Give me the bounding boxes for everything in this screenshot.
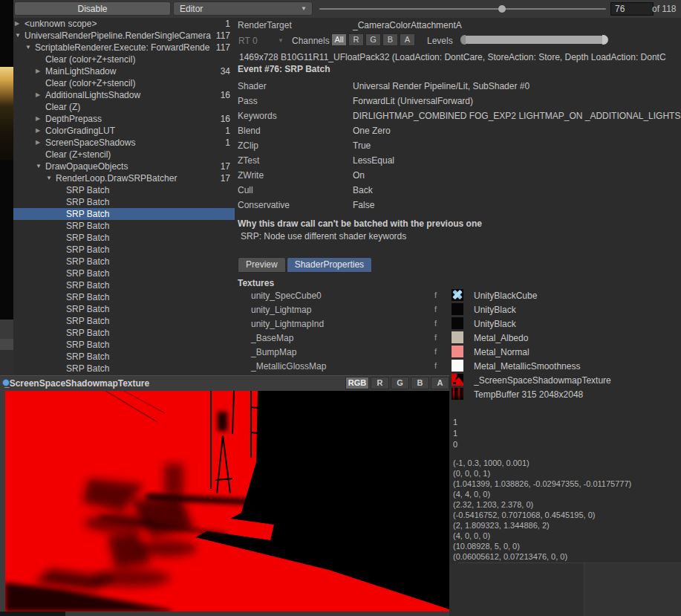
foldout-closed-icon[interactable]: ▶ [36,65,45,77]
shader-property-row: CullBack [235,183,681,198]
preview-channel-button-b[interactable]: B [411,377,429,389]
shader-property-row: ZTestLessEqual [235,153,681,168]
tree-item-count: 16 [219,89,235,101]
texture-thumbnail-tempbuffer[interactable] [452,388,463,400]
texture-thumbnail-blackcube[interactable] [452,289,463,301]
levels-range-slider[interactable] [460,35,609,45]
shader-property-label: ZClip [238,138,258,153]
texture-name: Metal_MetallicSmoothness [474,361,580,372]
channel-button-all[interactable]: All [331,33,347,46]
tree-item[interactable]: ▼RenderLoop.DrawSRPBatcher17 [13,172,235,184]
texture-name: UnityBlack [474,319,516,329]
tree-item-label: SRP Batch [66,184,229,196]
levels-min-handle[interactable] [460,35,466,45]
event-tree: ▶<unknown scope>1▼UniversalRenderPipelin… [13,18,235,375]
texture-thumbnail-black[interactable] [452,303,463,315]
tree-item[interactable]: SRP Batch [13,220,235,232]
tree-item[interactable]: SRP Batch [13,303,235,315]
vector-value: (4, 0, 0, 0) [453,531,631,541]
tree-item[interactable]: SRP Batch [13,351,235,363]
texture-thumbnail-black[interactable] [452,317,463,329]
channel-button-b[interactable]: B [382,33,398,46]
foldout-closed-icon[interactable]: ▶ [36,137,45,149]
tree-item-label: SRP Batch [66,315,229,327]
levels-label: Levels [427,36,453,46]
tree-item-count: 117 [215,30,235,42]
tree-item[interactable]: SRP Batch [13,256,235,268]
channel-button-a[interactable]: A [400,33,415,46]
tree-item[interactable]: ▼ScriptableRenderer.Execute: ForwardRend… [13,42,235,54]
preview-channel-button-g[interactable]: G [391,377,409,389]
tree-item[interactable]: ▼UniversalRenderPipeline.RenderSingleCam… [13,30,235,42]
tree-item-count: 1 [224,137,235,149]
tree-item[interactable]: SRP Batch [13,232,235,244]
preview-channel-button-a[interactable]: A [431,377,449,389]
foldout-closed-icon[interactable]: ▶ [36,113,45,125]
channel-button-r[interactable]: R [348,33,364,46]
textures-header: Textures [238,278,274,288]
tree-item[interactable]: SRP Batch [13,244,235,256]
preview-image [5,391,449,612]
target-dropdown-label: Editor [180,4,203,14]
tree-item[interactable]: Clear (Z+stencil) [13,149,235,161]
bottom-right-subpanel [584,563,681,616]
levels-max-handle[interactable] [602,35,608,45]
shader-property-value: Back [353,183,373,198]
tree-item[interactable]: ▶<unknown scope>1 [13,18,235,30]
preview-channel-button-rgb[interactable]: RGB [345,377,369,389]
shader-property-label: Shader [238,79,267,94]
tree-item[interactable]: ▶MainLightShadow34 [13,65,235,77]
event-slider-track[interactable] [319,8,606,10]
tree-item[interactable]: SRP Batch [13,315,235,327]
tree-item[interactable]: ▶DepthPrepass16 [13,113,235,125]
texture-flag: f [434,361,437,370]
target-dropdown[interactable]: Editor ▼ [173,1,313,16]
texture-thumbnail-shadowmap[interactable] [452,374,463,386]
texture-thumbnail-metallic[interactable] [452,360,463,372]
foldout-closed-icon[interactable]: ▶ [36,89,45,101]
channel-button-g[interactable]: G [365,33,381,46]
event-number-input[interactable] [610,2,654,16]
foldout-closed-icon[interactable]: ▶ [36,125,45,137]
tree-item[interactable]: SRP Batch [13,208,235,220]
tree-item[interactable]: SRP Batch [13,268,235,279]
rt-dropdown[interactable]: RT 0 [238,36,258,46]
tree-item[interactable]: ▶ScreenSpaceShadows1 [13,137,235,149]
tree-item[interactable]: Clear (color+Z+stencil) [13,54,235,65]
preview-window-title[interactable]: _ScreenSpaceShadowmapTexture [0,377,149,389]
tree-item[interactable]: Clear (color+Z+stencil) [13,77,235,89]
shadowmap-render [5,391,449,612]
tree-item[interactable]: SRP Batch [13,327,235,339]
texture-property-name: _BaseMap [251,333,293,343]
texture-property-name: unity_SpecCube0 [251,291,322,301]
foldout-open-icon[interactable]: ▼ [15,30,25,42]
tab-shaderproperties[interactable]: ShaderProperties [287,257,372,273]
tree-item[interactable]: ▶ColorGradingLUT1 [13,125,235,137]
foldout-open-icon[interactable]: ▼ [46,172,56,184]
vector-value: (0, 0, 0, 1) [453,468,631,479]
texture-thumbnail-albedo[interactable] [452,331,463,343]
vector-value: (10.08928, 5, 0, 0) [453,541,631,551]
texture-thumbnail-normal[interactable] [452,346,463,357]
tab-preview[interactable]: Preview [238,257,286,273]
tree-item[interactable]: SRP Batch [13,184,235,196]
foldout-open-icon[interactable]: ▼ [25,42,35,54]
foldout-open-icon[interactable]: ▼ [36,161,45,172]
tree-item[interactable]: SRP Batch [13,196,235,208]
tree-item[interactable]: SRP Batch [13,279,235,291]
preview-channel-button-r[interactable]: R [371,377,389,389]
tree-item[interactable]: ▶AdditionalLightsShadow16 [13,89,235,101]
tree-item-label: SRP Batch [66,220,229,232]
tree-item[interactable]: ▼DrawOpaqueObjects17 [13,161,235,172]
toolbar: Disable Editor ▼ of 118 [13,0,681,19]
tree-item[interactable]: Clear (Z) [13,101,235,113]
tree-item[interactable]: SRP Batch [13,363,235,375]
event-slider-handle[interactable] [498,5,506,13]
shader-property-label: Cull [238,183,253,198]
texture-flag: f [434,291,437,299]
tree-item[interactable]: SRP Batch [13,339,235,351]
disable-button[interactable]: Disable [14,1,171,16]
foldout-closed-icon[interactable]: ▶ [15,18,25,30]
texture-row: unity_SpecCube0fUnityBlackCube [235,289,681,303]
tree-item[interactable]: SRP Batch [13,291,235,303]
